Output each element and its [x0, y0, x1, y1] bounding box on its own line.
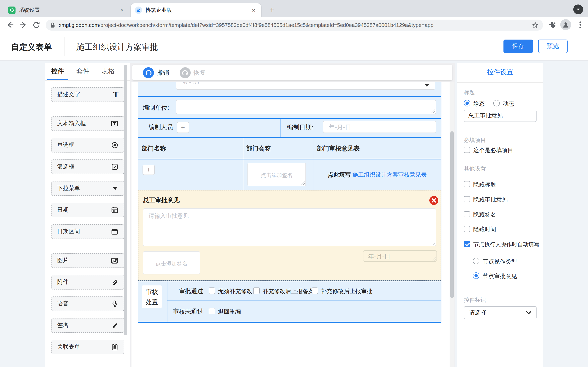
url-bar[interactable]: xmgl.glodon.com/project-doc/workbench/xf… — [46, 20, 543, 31]
control-item-label: 描述文字 — [57, 91, 80, 98]
compile-date-input[interactable]: 年-月-日 — [323, 121, 436, 133]
fail-option-label: 退回重编 — [218, 308, 241, 316]
new-tab-button[interactable]: + — [266, 4, 278, 16]
glodon-green-favicon — [8, 7, 16, 14]
contractor-select[interactable]: 请选择 — [176, 82, 435, 90]
reload-icon[interactable] — [31, 20, 42, 30]
calendar-icon — [111, 206, 118, 214]
control-item-text-input[interactable]: 文本输入框 — [52, 116, 124, 131]
canvas-scrollbar-thumb[interactable] — [450, 131, 454, 298]
controls-sidebar: 控件 套件 表格 描述文字 T 文本输入框 单选框 复选框 下拉菜单 — [45, 63, 130, 367]
preview-button[interactable]: 预览 — [538, 40, 568, 53]
save-button[interactable]: 保存 — [503, 40, 533, 53]
dept-signature-box[interactable]: 点击添加签名 — [247, 163, 306, 186]
control-item-date[interactable]: 日期 — [52, 203, 124, 217]
profile-avatar[interactable] — [560, 19, 571, 30]
image-icon — [111, 257, 118, 264]
sidebar-tab-label: 控件 — [51, 67, 64, 76]
tab-xiezhu-enterprise[interactable]: 协筑企业版 × — [131, 3, 261, 17]
identifier-select[interactable]: 请选择 — [464, 306, 536, 319]
control-item-label: 图片 — [57, 257, 69, 264]
hide-opinion-checkbox[interactable] — [464, 196, 470, 202]
pass-option-checkbox[interactable] — [209, 287, 215, 294]
extensions-puzzle-icon[interactable] — [547, 20, 558, 30]
fail-option-checkbox[interactable] — [209, 308, 215, 314]
control-item-date-range[interactable]: 日期区间 — [52, 224, 124, 239]
bookmark-star-icon[interactable] — [532, 21, 539, 29]
pass-label: 审批通过 — [179, 287, 203, 295]
selected-control-block[interactable]: 总工审批意见 请输入审批意见 点击添加签名 年-月-日 — [138, 190, 441, 281]
control-item-label: 语音 — [57, 300, 69, 308]
sidebar-scrollbar-thumb[interactable] — [124, 65, 127, 335]
control-item-image[interactable]: 图片 — [52, 253, 124, 268]
sidebar-tab-tables[interactable]: 表格 — [95, 63, 121, 80]
url-domain: xmgl.glodon.com — [59, 22, 99, 28]
control-item-radio[interactable]: 单选框 — [52, 138, 124, 152]
cell-border — [243, 138, 243, 190]
cell-border — [167, 300, 441, 301]
cell-border — [167, 281, 167, 322]
header-divider — [65, 37, 65, 56]
required-checkbox[interactable] — [464, 147, 470, 153]
approval-signature-box[interactable]: 点击添加签名 — [143, 251, 200, 275]
title-value-input[interactable] — [464, 110, 536, 122]
pass-option-checkbox[interactable] — [253, 287, 260, 294]
canvas-scrollbar-track[interactable] — [450, 82, 454, 367]
hide-time-checkbox[interactable] — [464, 226, 470, 232]
control-item-voice[interactable]: 语音 — [52, 296, 124, 311]
control-item-attachment[interactable]: 附件 — [52, 275, 124, 290]
tab-system-settings[interactable]: 系统设置 × — [4, 3, 130, 17]
node-action-type-label: 节点操作类型 — [483, 258, 517, 266]
tab-search-button[interactable] — [573, 4, 583, 14]
approval-date-input[interactable]: 年-月-日 — [363, 250, 437, 262]
compiler-unit-textarea[interactable] — [176, 100, 436, 114]
sidebar-tab-controls[interactable]: 控件 — [45, 63, 70, 80]
hide-title-checkbox[interactable] — [464, 181, 470, 187]
url-path: /project-doc/workbench/xform/template/de… — [99, 22, 434, 28]
clipboard-icon — [111, 343, 118, 351]
opinion-form-link[interactable]: 施工组织设计方案审核意见表 — [352, 171, 427, 178]
undo-label[interactable]: 撤销 — [157, 69, 169, 76]
tab-close-icon[interactable]: × — [250, 7, 257, 14]
dept-col-sign-header: 部门会签 — [246, 145, 271, 152]
url-text: xmgl.glodon.com/project-doc/workbench/xf… — [59, 22, 433, 28]
side-label-line: 审核 — [142, 287, 162, 297]
back-icon[interactable] — [5, 20, 16, 30]
control-item-list: 描述文字 T 文本输入框 单选框 复选框 下拉菜单 日期 — [45, 87, 130, 361]
tab-close-icon[interactable]: × — [118, 7, 126, 14]
undo-button[interactable] — [143, 67, 154, 78]
autofill-checkbox[interactable] — [464, 241, 470, 247]
menu-kebab-icon[interactable] — [575, 20, 586, 30]
radio-icon — [111, 142, 118, 149]
sidebar-tab-label: 表格 — [102, 67, 115, 76]
node-action-type-radio[interactable] — [473, 258, 479, 264]
node-opinion-radio[interactable] — [473, 272, 479, 279]
control-item-signature[interactable]: 签名 — [52, 318, 124, 333]
contractor-placeholder: 请选择 — [182, 82, 200, 85]
xiezhu-blue-favicon — [135, 7, 142, 14]
control-item-linked-form[interactable]: 关联表单 — [52, 340, 124, 354]
control-item-checkbox[interactable]: 复选框 — [52, 159, 124, 174]
static-title-radio[interactable] — [464, 100, 470, 106]
add-dept-button[interactable]: + — [143, 165, 155, 175]
control-item-label: 复选框 — [57, 163, 74, 170]
delete-control-icon[interactable] — [429, 196, 439, 205]
dept-col-opinion-header: 部门审核意见表 — [317, 145, 360, 152]
row-border — [138, 118, 441, 119]
date-placeholder: 年-月-日 — [329, 124, 351, 131]
pass-option-checkbox[interactable] — [311, 287, 318, 294]
control-item-dropdown[interactable]: 下拉菜单 — [52, 181, 124, 196]
control-item-description-text[interactable]: 描述文字 T — [52, 87, 124, 102]
form-table: 承建单位: 请选择 编制单位: 编制人员 + 编制日期: 年-月-日 部门名称 … — [138, 82, 441, 323]
sidebar-tab-kits[interactable]: 套件 — [70, 63, 95, 80]
control-item-label: 附件 — [57, 278, 69, 286]
control-settings-panel: 控件设置 标题 静态 动态 必填项目 这个是必填项目 其他设置 隐藏标题 隐藏审… — [457, 63, 543, 367]
add-compiler-button[interactable]: + — [177, 122, 189, 133]
redo-button[interactable] — [180, 67, 191, 78]
control-item-label: 文本输入框 — [57, 120, 86, 127]
sidebar-group-divider — [52, 109, 124, 109]
hide-signature-checkbox[interactable] — [464, 211, 470, 217]
dynamic-title-radio[interactable] — [493, 100, 500, 106]
approval-comment-textarea[interactable]: 请输入审批意见 — [143, 208, 436, 246]
forward-icon[interactable] — [18, 20, 29, 30]
